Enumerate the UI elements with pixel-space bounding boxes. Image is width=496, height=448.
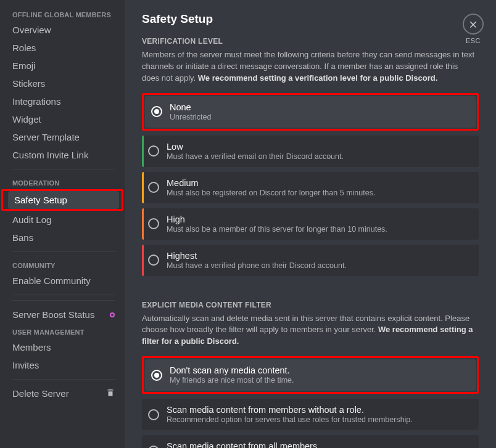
sidebar-item-label: Bans: [12, 232, 33, 243]
sidebar-item-label: Widget: [12, 114, 41, 124]
radio-title: Low: [167, 142, 344, 152]
radio-icon: [148, 218, 159, 229]
radio-icon: [148, 145, 159, 157]
verification-option-1[interactable]: LowMust have a verified email on their D…: [142, 136, 479, 167]
radio-icon: [148, 182, 159, 193]
trash-icon: [106, 388, 115, 399]
sidebar-item-stickers[interactable]: Stickers: [6, 75, 121, 92]
sidebar-item-server-template[interactable]: Server Template: [6, 128, 121, 146]
radio-sub: My friends are nice most of the time.: [170, 376, 294, 385]
sidebar-divider: [12, 300, 115, 301]
radio-icon: [148, 255, 159, 266]
sidebar-heading: OFFLINE GLOBAL MEMBERS: [6, 6, 121, 21]
verification-option-4[interactable]: HighestMust have a verified phone on the…: [142, 245, 479, 276]
sidebar-item-label: Custom Invite Link: [12, 150, 88, 160]
sidebar-item-integrations[interactable]: Integrations: [6, 92, 121, 110]
sidebar-heading: MODERATION: [6, 174, 121, 189]
settings-sidebar: OFFLINE GLOBAL MEMBERSOverviewRolesEmoji…: [0, 0, 125, 448]
explicit-radio-list: Don't scan any media content.My friends …: [142, 356, 479, 448]
sidebar-item-label: Integrations: [12, 96, 60, 107]
sidebar-item-label: Roles: [12, 43, 36, 53]
sidebar-item-server-boost-status[interactable]: Server Boost Status: [6, 306, 121, 324]
sidebar-heading: COMMUNITY: [6, 257, 121, 272]
sidebar-item-label: Safety Setup: [14, 195, 67, 205]
sidebar-item-label: Enable Community: [12, 275, 91, 286]
sidebar-item-invites[interactable]: Invites: [6, 356, 121, 374]
sidebar-item-label: Delete Server: [12, 388, 69, 399]
sidebar-item-emoji[interactable]: Emoji: [6, 57, 121, 75]
explicit-option-1[interactable]: Scan media content from members without …: [142, 399, 479, 430]
annotation-highlight: Don't scan any media content.My friends …: [142, 356, 479, 394]
sidebar-item-bans[interactable]: Bans: [6, 229, 121, 246]
sidebar-item-label: Overview: [12, 25, 51, 35]
verification-option-2[interactable]: MediumMust also be registered on Discord…: [142, 172, 479, 203]
radio-sub: Must also be registered on Discord for l…: [167, 189, 375, 197]
verification-desc: Members of the server must meet the foll…: [142, 49, 475, 84]
sidebar-divider: [12, 295, 115, 295]
radio-icon: [148, 446, 159, 448]
sidebar-item-members[interactable]: Members: [6, 338, 121, 356]
close-label: ESC: [463, 37, 484, 44]
sidebar-item-label: Members: [12, 342, 51, 352]
sidebar-divider: [12, 379, 115, 380]
close-button[interactable]: ESC: [463, 14, 484, 44]
sidebar-item-delete-server[interactable]: Delete Server: [6, 385, 121, 402]
radio-title: Highest: [167, 251, 347, 261]
radio-title: Medium: [167, 178, 375, 188]
explicit-desc: Automatically scan and delete media sent…: [142, 313, 475, 348]
boost-indicator-icon: [110, 312, 115, 317]
verification-heading: VERIFICATION LEVEL: [142, 37, 479, 46]
radio-title: Scan media content from all members.: [167, 441, 396, 448]
explicit-option-2[interactable]: Scan media content from all members.Reco…: [142, 435, 479, 448]
sidebar-item-overview[interactable]: Overview: [6, 21, 121, 39]
sidebar-item-label: Emoji: [12, 60, 36, 71]
sidebar-item-label: Invites: [12, 360, 39, 370]
radio-sub: Must have a verified phone on their Disc…: [167, 261, 347, 270]
verification-radio-list: NoneUnrestrictedLowMust have a verified …: [142, 93, 479, 276]
explicit-option-0[interactable]: Don't scan any media content.My friends …: [145, 359, 476, 391]
radio-icon: [151, 370, 162, 381]
radio-title: Scan media content from members without …: [167, 405, 413, 415]
radio-title: High: [167, 214, 387, 224]
radio-title: Don't scan any media content.: [170, 365, 294, 375]
sidebar-item-roles[interactable]: Roles: [6, 39, 121, 57]
sidebar-item-label: Stickers: [12, 78, 45, 89]
verification-option-3[interactable]: HighMust also be a member of this server…: [142, 208, 479, 240]
annotation-highlight: NoneUnrestricted: [142, 93, 479, 131]
main-content: ESC Safety Setup VERIFICATION LEVEL Memb…: [125, 0, 496, 448]
radio-icon: [148, 409, 159, 420]
radio-sub: Recommended option for servers that use …: [167, 415, 413, 424]
radio-icon: [151, 106, 162, 117]
sidebar-item-label: Server Template: [12, 132, 80, 142]
sidebar-divider: [12, 251, 115, 252]
sidebar-item-audit-log[interactable]: Audit Log: [6, 211, 121, 229]
explicit-heading: EXPLICIT MEDIA CONTENT FILTER: [142, 301, 479, 309]
sidebar-divider: [12, 169, 115, 169]
sidebar-item-enable-community[interactable]: Enable Community: [6, 272, 121, 290]
sidebar-item-custom-invite-link[interactable]: Custom Invite Link: [6, 146, 121, 164]
close-icon: [463, 14, 484, 35]
sidebar-item-safety-setup[interactable]: Safety Setup: [8, 191, 119, 209]
sidebar-heading: USER MANAGEMENT: [6, 324, 121, 338]
page-title: Safety Setup: [142, 12, 479, 26]
radio-sub: Must have a verified email on their Disc…: [167, 152, 344, 161]
radio-sub: Must also be a member of this server for…: [167, 225, 387, 234]
sidebar-item-widget[interactable]: Widget: [6, 110, 121, 128]
annotation-highlight: Safety Setup: [1, 189, 123, 211]
radio-title: None: [170, 102, 211, 112]
verification-option-0[interactable]: NoneUnrestricted: [145, 96, 476, 128]
sidebar-item-label: Audit Log: [12, 214, 51, 225]
radio-sub: Unrestricted: [170, 113, 211, 121]
sidebar-item-label: Server Boost Status: [12, 309, 94, 320]
